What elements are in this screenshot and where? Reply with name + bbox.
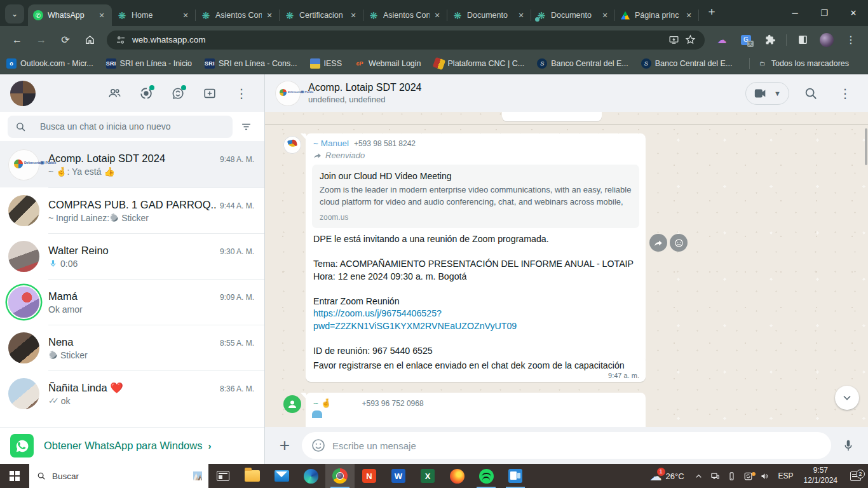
site-settings-icon[interactable] bbox=[116, 35, 126, 45]
zoom-meeting-link[interactable]: https://zoom.us/j/96754406525?pwd=Z2ZKN1… bbox=[313, 308, 638, 332]
my-profile-avatar[interactable] bbox=[10, 81, 36, 106]
close-button[interactable]: ✕ bbox=[839, 0, 868, 26]
bookmark-item[interactable]: cPWebmail Login bbox=[355, 58, 421, 69]
home-button[interactable] bbox=[81, 31, 98, 49]
get-whatsapp-banner[interactable]: Obtener WhatsApp para Windows › bbox=[0, 427, 264, 464]
task-view-taskbar-icon[interactable] bbox=[208, 464, 238, 488]
install-app-icon[interactable] bbox=[665, 33, 682, 47]
forward-message-icon[interactable] bbox=[649, 234, 667, 252]
language-indicator[interactable]: ESP bbox=[773, 471, 799, 480]
start-button[interactable] bbox=[0, 464, 29, 488]
voice-record-icon[interactable] bbox=[839, 436, 858, 455]
sync-update-icon[interactable] bbox=[740, 471, 757, 481]
browser-tab[interactable]: ❋Certificacion✕ bbox=[280, 4, 363, 26]
profile-avatar[interactable] bbox=[818, 31, 836, 49]
new-tab-button[interactable]: + bbox=[703, 3, 721, 21]
tab-close-icon[interactable]: ✕ bbox=[97, 10, 107, 20]
chat-list-item[interactable]: Nena8:55 A. M.Sticker bbox=[0, 325, 264, 370]
bookmark-item[interactable]: IESS bbox=[310, 58, 342, 69]
nitro-pdf-taskbar-icon[interactable]: N bbox=[355, 464, 384, 488]
action-center-icon[interactable]: 2 bbox=[843, 471, 868, 481]
chat-avatar[interactable] bbox=[275, 81, 301, 106]
communities-icon[interactable] bbox=[102, 81, 127, 106]
browser-tab[interactable]: ❋Home✕ bbox=[112, 4, 196, 26]
sender-avatar-manuel[interactable] bbox=[283, 136, 301, 154]
chat-search-icon[interactable] bbox=[798, 81, 824, 106]
sender-name[interactable]: ~ Manuel bbox=[313, 139, 349, 148]
taskbar-search[interactable]: Buscar bbox=[29, 464, 208, 488]
browser-menu-icon[interactable]: ⋮ bbox=[842, 31, 860, 49]
sender-name[interactable]: ~ 🤞 bbox=[313, 398, 331, 408]
search-input[interactable]: Busca un chat o inicia uno nuevo bbox=[8, 116, 233, 138]
chat-list-item[interactable]: COMPRAS PUB. 1 GAD PARROQ...9:44 A. M.~ … bbox=[0, 187, 264, 233]
browser-tab[interactable]: ❋Asientos Con✕ bbox=[196, 4, 280, 26]
tab-close-icon[interactable]: ✕ bbox=[180, 10, 191, 20]
tab-close-icon[interactable]: ✕ bbox=[348, 10, 358, 20]
maximize-button[interactable]: ❐ bbox=[810, 0, 839, 26]
bookmark-item[interactable]: SBanco Central del E... bbox=[537, 58, 628, 69]
bookmark-item[interactable]: SRISRI en Línea - Inicio bbox=[106, 58, 192, 69]
firefox-taskbar-icon[interactable] bbox=[442, 464, 471, 488]
chrome-taskbar-icon[interactable] bbox=[325, 464, 355, 488]
tab-search-button[interactable]: ⌄ bbox=[5, 4, 24, 24]
link-preview-card[interactable]: Join our Cloud HD Video Meeting Zoom is … bbox=[312, 165, 639, 228]
chat-list-item[interactable]: Acomp. Lotaip SDT 20249:48 A. M.~ 🤞: Ya … bbox=[0, 142, 264, 187]
tab-close-icon[interactable]: ✕ bbox=[684, 10, 694, 20]
spotify-taskbar-icon[interactable] bbox=[471, 464, 501, 488]
extensions-puzzle-icon[interactable] bbox=[761, 31, 779, 49]
sidebar-menu-icon[interactable]: ⋮ bbox=[229, 81, 254, 106]
browser-tab[interactable]: ❋Documento✕ bbox=[531, 4, 615, 26]
hidden-icons-chevron[interactable] bbox=[691, 471, 707, 481]
chat-list-item[interactable]: Mamá9:09 A. M.Ok amor bbox=[0, 279, 264, 325]
mail-taskbar-icon[interactable] bbox=[267, 464, 296, 488]
react-emoji-icon[interactable] bbox=[670, 234, 688, 252]
tab-close-icon[interactable]: ✕ bbox=[264, 10, 275, 20]
bookmark-item[interactable]: SRISRI en Línea - Cons... bbox=[205, 58, 297, 69]
network-icon[interactable] bbox=[707, 471, 724, 481]
minimize-button[interactable]: ─ bbox=[780, 0, 810, 26]
browser-tab[interactable]: Página princ✕ bbox=[615, 4, 699, 26]
file-explorer-taskbar-icon[interactable] bbox=[238, 464, 267, 488]
edge-taskbar-icon[interactable] bbox=[296, 464, 325, 488]
attach-plus-icon[interactable]: + bbox=[275, 436, 294, 455]
chat-list-item[interactable]: Walter Reino9:30 A. M.0:06 bbox=[0, 233, 264, 279]
bookmark-item[interactable]: SBanco Central del E... bbox=[641, 58, 733, 69]
photos-taskbar-icon[interactable] bbox=[501, 464, 530, 488]
all-bookmarks-button[interactable]: 🗀 Todos los marcadores bbox=[757, 58, 849, 69]
volume-icon[interactable] bbox=[757, 471, 773, 481]
bookmark-item[interactable]: oOutlook.com - Micr... bbox=[6, 58, 93, 69]
browser-tab[interactable]: ❋Asientos Con✕ bbox=[363, 4, 447, 26]
back-button[interactable]: ← bbox=[8, 31, 26, 49]
channels-icon[interactable] bbox=[165, 81, 191, 106]
chat-scrollbar[interactable] bbox=[865, 128, 867, 165]
message-input[interactable]: Escribe un mensaje bbox=[302, 432, 831, 459]
emoji-icon[interactable] bbox=[311, 438, 326, 453]
filter-icon[interactable] bbox=[235, 116, 257, 137]
status-icon[interactable] bbox=[133, 81, 159, 106]
taskbar-clock[interactable]: 9:57 12/1/2024 bbox=[799, 466, 843, 485]
side-panel-icon[interactable] bbox=[794, 31, 811, 49]
tab-close-icon[interactable]: ✕ bbox=[432, 10, 442, 20]
extension-cloud-icon[interactable]: ☁ bbox=[713, 31, 731, 49]
chat-menu-icon[interactable]: ⋮ bbox=[832, 81, 858, 106]
sender-avatar-default[interactable] bbox=[283, 395, 301, 413]
address-bar[interactable]: web.whatsapp.com bbox=[107, 30, 705, 50]
bookmark-star-icon[interactable] bbox=[682, 33, 698, 47]
bookmark-item[interactable]: Plataforma CNC | C... bbox=[434, 58, 525, 69]
scroll-to-bottom-button[interactable] bbox=[835, 386, 859, 410]
reload-button[interactable]: ⟳ bbox=[57, 31, 74, 49]
excel-taskbar-icon[interactable]: X bbox=[413, 464, 442, 488]
word-taskbar-icon[interactable]: W bbox=[384, 464, 413, 488]
new-chat-icon[interactable] bbox=[197, 81, 222, 106]
weather-widget[interactable]: ☁1 26°C bbox=[644, 470, 691, 482]
tab-close-icon[interactable]: ✕ bbox=[600, 10, 610, 20]
url-text[interactable]: web.whatsapp.com bbox=[132, 35, 665, 44]
chat-list-item[interactable]: Ñañita Linda ❤️8:36 A. M.✓✓ok bbox=[0, 370, 264, 416]
tab-close-icon[interactable]: ✕ bbox=[516, 10, 526, 20]
browser-tab[interactable]: ✆WhatsApp✕ bbox=[28, 4, 112, 26]
chat-header-meta[interactable]: Acomp. Lotaip SDT 2024 undefined, undefi… bbox=[308, 82, 421, 104]
video-call-button[interactable]: ▼ bbox=[745, 82, 789, 105]
search-highlight-image[interactable] bbox=[193, 471, 202, 480]
google-translate-icon[interactable]: G文 bbox=[737, 31, 755, 49]
browser-tab[interactable]: ❋Documento✕ bbox=[447, 4, 531, 26]
